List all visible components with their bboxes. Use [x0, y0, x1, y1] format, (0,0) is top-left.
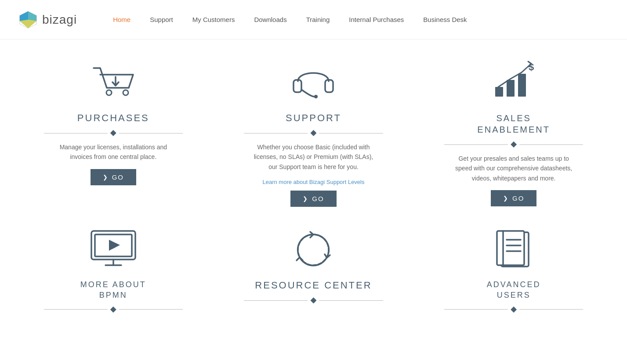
svg-rect-10: [495, 87, 503, 97]
logo-text: bizagi: [42, 13, 77, 27]
purchases-card: PURCHASES Manage your licenses, installa…: [26, 57, 200, 207]
support-go-arrow: ❯: [303, 195, 308, 202]
cards-grid: PURCHASES Manage your licenses, installa…: [26, 57, 601, 319]
nav-item-downloads[interactable]: Downloads: [244, 0, 296, 40]
bizagi-logo-icon: [18, 9, 39, 30]
sales-enablement-go-button[interactable]: ❯ GO: [491, 190, 536, 206]
svg-point-5: [106, 90, 112, 95]
sales-enablement-desc: Get your presales and sales teams up to …: [452, 154, 575, 183]
resource-center-icon: [287, 224, 340, 273]
svg-rect-11: [507, 80, 515, 97]
nav-item-internal-purchases[interactable]: Internal Purchases: [339, 0, 413, 40]
support-title: SUPPORT: [286, 112, 341, 124]
sales-enablement-go-arrow: ❯: [503, 195, 509, 202]
sales-enablement-card: $ SALESENABLEMENT Get your presales and …: [427, 57, 601, 207]
purchases-desc: Manage your licenses, installations and …: [52, 142, 175, 162]
purchases-go-label: GO: [112, 173, 124, 181]
svg-marker-1: [20, 11, 28, 21]
svg-marker-2: [28, 11, 36, 21]
main-nav: Home Support My Customers Downloads Trai…: [103, 0, 609, 40]
support-icon: [287, 57, 340, 105]
advanced-users-card: ADVANCEDUSERS: [427, 224, 601, 319]
more-about-bpmn-card: MORE ABOUTBPMN: [26, 224, 200, 319]
svg-text:$: $: [529, 61, 534, 72]
purchases-go-arrow: ❯: [103, 174, 109, 180]
resource-center-card: RESOURCE CENTER: [227, 224, 401, 319]
nav-item-support[interactable]: Support: [140, 0, 183, 40]
advanced-users-icon: [487, 224, 540, 273]
nav-item-home[interactable]: Home: [103, 0, 140, 40]
support-divider: [244, 130, 383, 136]
purchases-title: PURCHASES: [77, 112, 149, 124]
purchases-icon: [87, 57, 140, 105]
support-link[interactable]: Learn more about Bizagi Support Levels: [263, 179, 365, 185]
logo[interactable]: bizagi: [18, 9, 77, 30]
main-content: PURCHASES Manage your licenses, installa…: [0, 40, 627, 336]
svg-point-6: [123, 90, 128, 95]
sales-enablement-icon: $: [487, 57, 540, 105]
svg-point-9: [314, 95, 318, 98]
svg-rect-21: [497, 231, 524, 265]
more-about-bpmn-title: MORE ABOUTBPMN: [80, 280, 146, 300]
sales-enablement-go-label: GO: [512, 195, 524, 202]
advanced-users-divider: [444, 306, 584, 313]
purchases-go-button[interactable]: ❯ GO: [91, 169, 136, 185]
sales-enablement-divider: [444, 141, 584, 148]
sales-enablement-title: SALESENABLEMENT: [477, 112, 550, 135]
advanced-users-title: ADVANCEDUSERS: [487, 280, 541, 300]
support-card: SUPPORT Whether you choose Basic (includ…: [227, 57, 401, 207]
support-desc: Whether you choose Basic (included with …: [252, 142, 375, 172]
more-about-bpmn-divider: [44, 306, 183, 313]
resource-center-divider: [244, 297, 383, 303]
support-go-button[interactable]: ❯ GO: [290, 191, 336, 207]
nav-item-business-desk[interactable]: Business Desk: [413, 0, 476, 40]
nav-item-training[interactable]: Training: [297, 0, 340, 40]
svg-marker-16: [109, 240, 120, 251]
support-go-label: GO: [312, 195, 324, 202]
more-about-bpmn-icon: [87, 224, 140, 273]
purchases-divider: [44, 130, 183, 136]
resource-center-title: RESOURCE CENTER: [255, 280, 372, 291]
svg-marker-3: [20, 20, 36, 28]
site-header: bizagi Home Support My Customers Downloa…: [0, 0, 627, 40]
svg-rect-12: [518, 74, 526, 97]
nav-item-my-customers[interactable]: My Customers: [183, 0, 245, 40]
